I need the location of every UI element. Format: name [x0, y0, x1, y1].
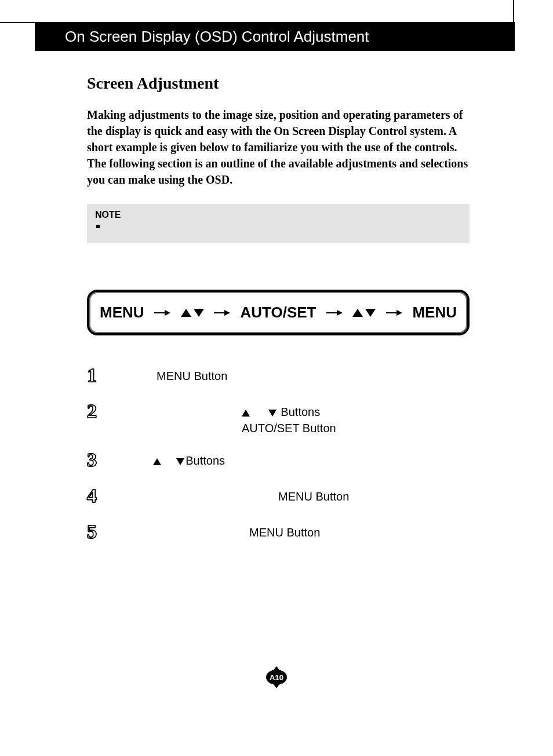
page-number: A10 [270, 673, 283, 682]
step-number: 4 [87, 485, 110, 507]
step-number: 2 [87, 400, 110, 422]
note-box: NOTE [87, 204, 470, 243]
step-number: 1 [87, 364, 110, 386]
note-bullet-icon [96, 225, 100, 228]
note-label: NOTE [95, 210, 461, 220]
triangle-up-icon [153, 458, 161, 465]
up-down-group-1 [181, 309, 204, 317]
flow-menu-1: MENU [100, 304, 144, 322]
step-1: 1 MENU Button [87, 364, 470, 388]
arrow-right-icon [386, 309, 402, 316]
flow-autoset: AUTO/SET [241, 304, 316, 322]
step-number: 3 [87, 449, 110, 471]
step-2: 2 Buttons AUTO/SET Button [87, 400, 470, 436]
top-crop-mark-right [513, 0, 514, 22]
arrow-right-icon [326, 309, 343, 316]
page-number-badge: A10 [266, 667, 287, 688]
triangle-up-icon [242, 410, 250, 417]
flow-menu-2: MENU [412, 304, 457, 322]
flow-diagram: MENU AUTO/SET MENU [87, 290, 470, 335]
step-3: 3 Buttons [87, 449, 470, 472]
step-number: 5 [87, 521, 110, 543]
top-crop-rule [0, 22, 35, 23]
step-5-text: MENU Button [249, 526, 320, 539]
step-4: 4 MENU Button [87, 485, 470, 508]
arrow-right-icon [214, 309, 230, 316]
triangle-up-icon [181, 309, 191, 317]
triangle-down-icon [268, 410, 276, 417]
intro-paragraph: Making adjustments to the image size, po… [87, 107, 470, 188]
step-1-text: MENU Button [157, 370, 227, 382]
step-4-text: MENU Button [278, 490, 349, 503]
step-5: 5 MENU Button [87, 521, 470, 544]
arrow-right-icon [154, 309, 170, 316]
steps-list: 1 MENU Button 2 Buttons AUTO/SET Button [87, 364, 470, 544]
triangle-down-icon [176, 458, 184, 465]
triangle-down-icon [365, 309, 376, 317]
step-2-line2: AUTO/SET Button [242, 422, 336, 434]
step-2-line1: Buttons [281, 406, 320, 418]
up-down-group-2 [352, 309, 376, 317]
step-3-text: Buttons [185, 454, 225, 467]
page-header: On Screen Display (OSD) Control Adjustme… [35, 22, 515, 51]
triangle-down-icon [194, 309, 204, 317]
page-header-title: On Screen Display (OSD) Control Adjustme… [65, 28, 369, 46]
triangle-up-icon [352, 309, 363, 317]
section-title: Screen Adjustment [87, 74, 470, 93]
